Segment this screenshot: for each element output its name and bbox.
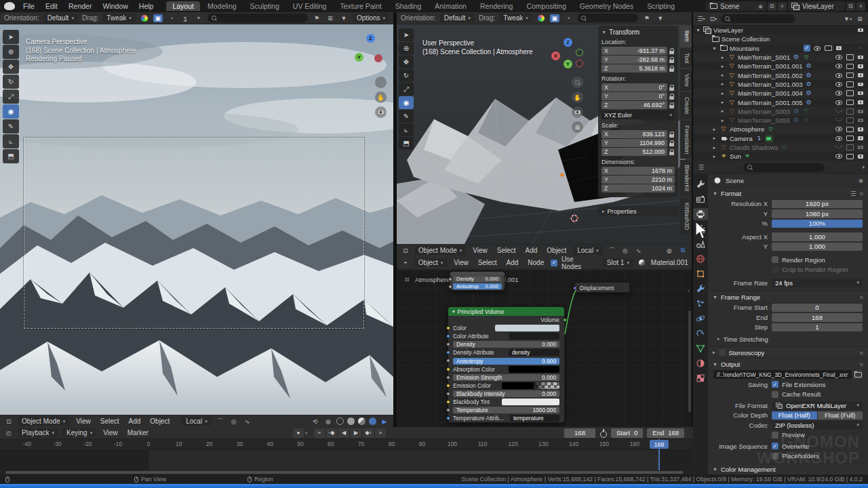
playback-dropdown[interactable]: Playback▾ — [18, 428, 58, 437]
rotation-z-field[interactable]: Z46.692° — [601, 101, 667, 109]
keying-dropdown[interactable]: Keying▾ — [62, 428, 96, 437]
tab-world[interactable] — [693, 253, 708, 265]
options-caret-icon[interactable]: ▾ — [862, 165, 865, 170]
current-frame-field[interactable]: 168 — [564, 428, 595, 438]
frame-start-field[interactable]: Start0 — [611, 428, 643, 438]
workspace-tab-modeling[interactable]: Modeling — [201, 1, 243, 11]
measure-tool[interactable]: ⦜ — [3, 134, 19, 148]
options-dropdown[interactable]: Options▾ — [353, 14, 389, 22]
resolution-y-field[interactable]: 1080 px — [772, 209, 863, 218]
volume-output-socket[interactable] — [563, 318, 567, 322]
overwrite-checkbox[interactable]: ✓Overwrite — [772, 443, 810, 450]
mon-icon[interactable] — [846, 81, 854, 88]
gradient-sphere-icon[interactable] — [140, 14, 149, 22]
tab-scene[interactable] — [693, 238, 708, 250]
transform-tool[interactable]: ◉ — [3, 104, 19, 119]
prev-keyframe-button[interactable]: ‹◆ — [326, 428, 337, 438]
eye-icon[interactable] — [835, 89, 843, 97]
mon-icon[interactable] — [846, 72, 854, 79]
resolution-pct-slider[interactable]: 100% — [772, 220, 863, 228]
annotate-tool[interactable]: ✎ — [399, 110, 414, 123]
cam-icon[interactable] — [856, 54, 865, 61]
stereoscopy-panel-header[interactable]: ▸Stereoscopy≡ — [708, 346, 868, 358]
play-reverse-button[interactable]: ◀ — [338, 428, 349, 438]
scale-tool[interactable]: ⤢ — [399, 83, 414, 96]
perspective-toggle-icon[interactable]: ⊞ — [572, 121, 583, 133]
rotation-x-field[interactable]: X0° — [601, 83, 667, 92]
outliner-row-mainterrain-s001-001[interactable]: ▸▽MainTerrain_S001.001⚙ — [693, 62, 868, 70]
editor-type-icon[interactable]: ⊡ — [4, 418, 14, 426]
disclosure-icon[interactable]: ▸ — [719, 55, 726, 60]
lock-icon[interactable] — [669, 85, 675, 91]
select-box-icon[interactable]: ▣ — [153, 14, 163, 22]
jump-to-start-button[interactable]: « — [314, 428, 325, 438]
filter-funnel-icon[interactable]: ▼▾ — [843, 15, 852, 23]
delete-viewlayer-button[interactable]: × — [856, 2, 865, 11]
new-collection-icon[interactable]: ⊞ — [855, 15, 865, 23]
tab-blenderkit[interactable]: BlenderKit — [680, 160, 692, 196]
location-z-field[interactable]: Z5.3618 m — [601, 64, 667, 73]
outliner-row-mainterrain-s003[interactable]: ▸▽MainTerrain_S003⚙▽ — [693, 107, 868, 116]
collapse-icon[interactable]: ▼ — [601, 30, 606, 35]
cam-icon[interactable] — [856, 72, 865, 79]
camera-view-icon[interactable] — [375, 106, 387, 118]
proportional-edit-icon[interactable]: ◎ — [620, 247, 630, 255]
editor-type-icon[interactable]: ◓ — [401, 259, 410, 267]
displacement-node[interactable]: Displacement — [574, 282, 630, 293]
tab-view-layer[interactable] — [693, 223, 708, 235]
crop-render-region-checkbox[interactable]: Crop to Render Region — [772, 266, 848, 273]
viewlayer-selector[interactable]: ViewLayer — [788, 1, 845, 11]
color-swatch[interactable] — [495, 325, 559, 331]
mode-dropdown[interactable]: Object Mode▾ — [18, 417, 69, 426]
format-panel-header[interactable]: ▼Format☰≡ — [708, 187, 868, 199]
disclosure-icon[interactable]: ▸ — [719, 73, 726, 78]
tab-texture[interactable] — [693, 372, 708, 384]
disclosure-icon[interactable]: ▼ — [711, 46, 717, 51]
workspace-tab-rendering[interactable]: Rendering — [474, 1, 519, 11]
cam-icon[interactable] — [856, 117, 865, 124]
file-format-dropdown[interactable]: OpenEXR MultiLayer▾ — [772, 401, 863, 410]
delete-scene-button[interactable]: × — [778, 2, 787, 11]
eye-off-icon[interactable] — [835, 144, 843, 151]
display-mode-icon[interactable]: ☰▾ — [696, 15, 706, 23]
scale-y-field[interactable]: Y1104.990 — [601, 139, 667, 147]
shader-canvas[interactable]: ⊡ Atmosphere › Cube › Material.001 Densi… — [397, 270, 692, 427]
gizmo-x-neg-axis[interactable] — [576, 60, 583, 67]
file-extensions-checkbox[interactable]: ✓File Extensions — [772, 381, 825, 388]
next-keyframe-button[interactable]: ◆› — [363, 428, 374, 438]
tab-constraints[interactable] — [693, 327, 708, 340]
properties-collapsed-panel[interactable]: ▸Properties — [598, 206, 678, 216]
timeline-channel-area[interactable] — [0, 450, 693, 470]
checkbox-icon[interactable]: ✓ — [804, 45, 810, 52]
zoom-icon[interactable] — [572, 77, 583, 88]
shader-scrollbar[interactable] — [688, 310, 691, 412]
eye-icon[interactable] — [835, 135, 843, 142]
eye-icon[interactable] — [835, 125, 843, 133]
disclosure-icon[interactable]: ▸ — [711, 127, 717, 132]
gizmo-y-axis[interactable]: Y — [355, 53, 363, 62]
transform-orientation-dropdown[interactable]: Local▾ — [182, 417, 211, 426]
frame-range-panel-header[interactable]: ▼Frame Range≡ — [708, 291, 868, 302]
gizmo-x-axis[interactable]: X — [551, 52, 560, 60]
menu-window[interactable]: Window — [97, 2, 133, 10]
render-play-icon[interactable]: ▶ — [380, 418, 389, 426]
lock-icon[interactable] — [669, 48, 675, 54]
viewport-search[interactable] — [208, 14, 308, 22]
disclosure-icon[interactable]: ▸ — [711, 145, 717, 150]
tab-item[interactable]: Item — [680, 26, 692, 47]
menu-view[interactable]: View — [451, 259, 471, 266]
menu-marker[interactable]: Marker — [125, 429, 151, 436]
menu-help[interactable]: Help — [134, 2, 159, 10]
scale-x-field[interactable]: X839.123 — [601, 130, 667, 138]
emission-strength-field[interactable]: Emission Strength0.000 — [453, 374, 559, 381]
region-collapse-icon[interactable]: ‹ — [688, 287, 690, 294]
eye-icon[interactable] — [835, 72, 843, 79]
tab-output[interactable] — [693, 208, 708, 220]
workspace-tab-shading[interactable]: Shading — [389, 1, 428, 11]
timeline-ruler[interactable]: -40-30-20-100102030405060708090100110120… — [0, 439, 693, 450]
orientation-dropdown[interactable]: Default▾ — [43, 14, 78, 22]
scale-tool[interactable]: ⤢ — [3, 89, 19, 104]
lock-icon[interactable] — [669, 94, 675, 100]
overlays-icon[interactable]: ◍ — [665, 247, 674, 255]
color-management-panel-header[interactable]: ▼Color Management — [708, 464, 868, 475]
